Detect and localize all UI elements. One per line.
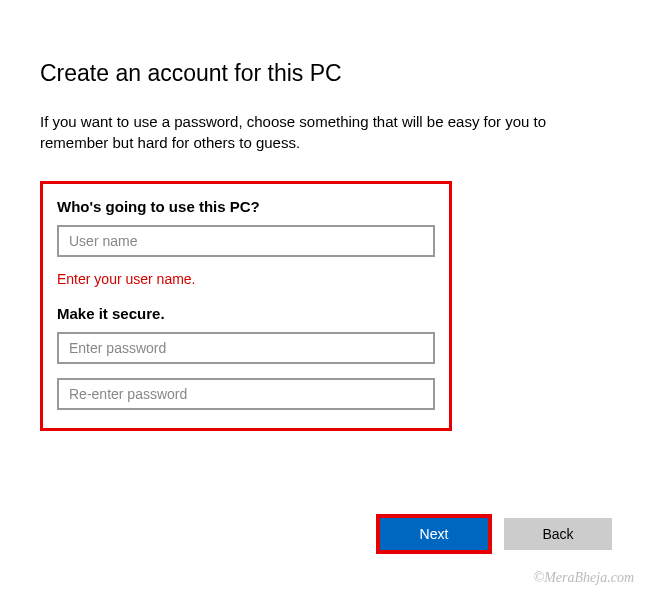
page-description: If you want to use a password, choose so… (40, 111, 612, 153)
username-input[interactable] (57, 225, 435, 257)
account-form-section: Who's going to use this PC? Enter your u… (40, 181, 452, 431)
password-input[interactable] (57, 332, 435, 364)
who-label: Who's going to use this PC? (57, 198, 435, 215)
button-row: Next Back (380, 518, 612, 550)
secure-label: Make it secure. (57, 305, 435, 322)
watermark: ©MeraBheja.com (534, 570, 634, 586)
page-title: Create an account for this PC (40, 60, 612, 87)
next-button[interactable]: Next (380, 518, 488, 550)
username-error: Enter your user name. (57, 271, 435, 287)
reenter-password-input[interactable] (57, 378, 435, 410)
back-button[interactable]: Back (504, 518, 612, 550)
